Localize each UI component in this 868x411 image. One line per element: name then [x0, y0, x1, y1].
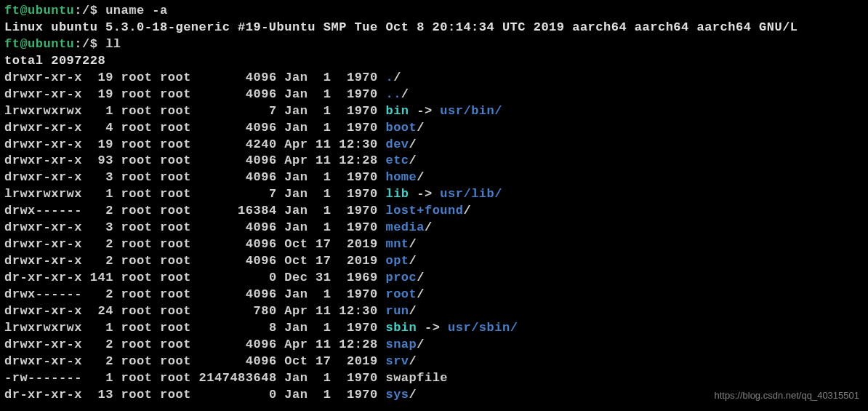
- listing-row: drwx------ 2 root root 16384 Jan 1 1970 …: [4, 203, 864, 220]
- listing-row: drwx------ 2 root root 4096 Jan 1 1970 r…: [4, 287, 864, 303]
- watermark: https://blog.csdn.net/qq_40315501: [715, 389, 860, 402]
- listing-row: drwxr-xr-x 2 root root 4096 Oct 17 2019 …: [4, 236, 864, 253]
- listing-row: drwxr-xr-x 3 root root 4096 Jan 1 1970 h…: [4, 169, 864, 186]
- listing-row: drwxr-xr-x 93 root root 4096 Apr 11 12:2…: [4, 153, 864, 169]
- uname-output: Linux ubuntu 5.3.0-18-generic #19-Ubuntu…: [4, 20, 864, 36]
- listing-row: drwxr-xr-x 2 root root 4096 Oct 17 2019 …: [4, 253, 864, 270]
- listing-row: drwxr-xr-x 19 root root 4096 Jan 1 1970 …: [4, 70, 864, 87]
- listing-row: drwxr-xr-x 2 root root 4096 Oct 17 2019 …: [4, 354, 864, 370]
- listing-row: drwxr-xr-x 4 root root 4096 Jan 1 1970 b…: [4, 120, 864, 137]
- total-line: total 2097228: [4, 53, 864, 70]
- terminal-output: ft@ubuntu:/$ uname -aLinux ubuntu 5.3.0-…: [4, 3, 864, 404]
- prompt-line[interactable]: ft@ubuntu:/$ ll: [4, 36, 864, 53]
- listing-row: -rw------- 1 root root 2147483648 Jan 1 …: [4, 370, 864, 387]
- listing-row: lrwxrwxrwx 1 root root 8 Jan 1 1970 sbin…: [4, 320, 864, 337]
- listing-row: dr-xr-xr-x 141 root root 0 Dec 31 1969 p…: [4, 270, 864, 287]
- listing-row: drwxr-xr-x 24 root root 780 Apr 11 12:30…: [4, 303, 864, 320]
- listing-row: drwxr-xr-x 19 root root 4096 Jan 1 1970 …: [4, 87, 864, 103]
- listing-row: drwxr-xr-x 2 root root 4096 Apr 11 12:28…: [4, 337, 864, 354]
- listing-row: lrwxrwxrwx 1 root root 7 Jan 1 1970 bin …: [4, 103, 864, 120]
- listing-row: drwxr-xr-x 3 root root 4096 Jan 1 1970 m…: [4, 220, 864, 236]
- listing-row: lrwxrwxrwx 1 root root 7 Jan 1 1970 lib …: [4, 186, 864, 203]
- prompt-line[interactable]: ft@ubuntu:/$ uname -a: [4, 3, 864, 20]
- listing-row: drwxr-xr-x 19 root root 4240 Apr 11 12:3…: [4, 137, 864, 153]
